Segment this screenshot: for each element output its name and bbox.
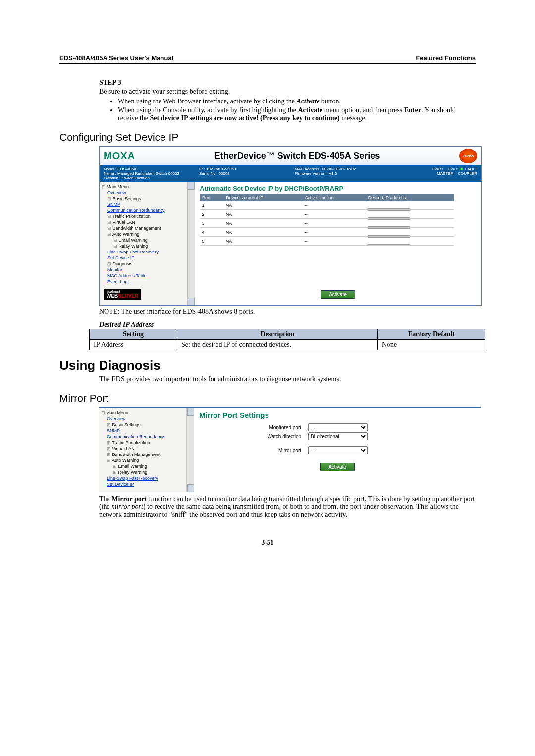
nav-auto[interactable]: Auto Warning: [102, 231, 186, 237]
activate-button[interactable]: Activate: [321, 290, 355, 299]
webserver-badge: goahead WEBSERVER: [104, 289, 141, 300]
mirror-paragraph: The Mirror port function can be used to …: [99, 495, 476, 519]
heading-config: Configuring Set Device IP: [59, 131, 476, 143]
nav-scrollbar[interactable]: [187, 182, 195, 305]
monitored-port-select[interactable]: ---: [308, 423, 368, 431]
th-port: Port: [200, 195, 224, 201]
turbo-ring-icon: Turbo: [459, 149, 477, 163]
table-row: 2NA--: [200, 210, 454, 219]
table-row: 5NA--: [200, 237, 454, 246]
page-header: EDS-408A/405A Series User's Manual Featu…: [59, 54, 476, 64]
heading-diagnosis: Using Diagnosis: [59, 358, 476, 373]
step-bullets: When using the Web Browser interface, ac…: [109, 98, 476, 122]
screenshot-set-device-ip: MOXA EtherDevice™ Switch EDS-405A Series…: [99, 146, 482, 306]
step-label: STEP 3: [99, 79, 476, 87]
step-intro: Be sure to activate your settings before…: [99, 88, 476, 96]
nav-diag[interactable]: Diagnosis: [102, 261, 186, 267]
heading-mirror: Mirror Port: [59, 392, 476, 404]
nav-tree-2: Main Menu Overview Basic Settings SNMP C…: [99, 408, 187, 492]
nav-email[interactable]: Email Warning: [101, 463, 185, 469]
scroll-up-icon[interactable]: [187, 408, 194, 416]
nav-main[interactable]: Main Menu: [102, 184, 186, 190]
th-active: Active function: [303, 195, 366, 201]
desired-ip-input[interactable]: [368, 202, 410, 209]
nav-overview[interactable]: Overview: [107, 190, 126, 195]
nav-mact[interactable]: MAC Address Table: [107, 273, 147, 278]
device-info-bar: Model : EDS-405A Name : Managed Redundan…: [100, 165, 481, 182]
nav-sdip[interactable]: Set Device IP: [107, 255, 135, 260]
device-title: EtherDevice™ Switch EDS-405A Series: [214, 151, 380, 161]
nav-line[interactable]: Line-Swap Fast Recovery: [107, 250, 159, 254]
activate-button-2[interactable]: Activate: [320, 463, 355, 471]
page-number: 3-51: [59, 539, 476, 547]
desired-heading: Desired IP Address: [99, 321, 476, 329]
ip-table: Port Device's current IP Active function…: [200, 194, 454, 246]
scroll-up-icon[interactable]: [188, 182, 195, 190]
nav-main[interactable]: Main Menu: [101, 410, 185, 416]
nav-auto[interactable]: Auto Warning: [101, 457, 185, 463]
nav-comm[interactable]: Communication Redundancy: [107, 208, 165, 213]
nav-email[interactable]: Email Warning: [102, 237, 186, 243]
table-row: 1NA--: [200, 201, 454, 210]
bullet-1: When using the Web Browser interface, ac…: [118, 98, 476, 105]
nav-relay[interactable]: Relay Warning: [102, 243, 186, 249]
nav-mon[interactable]: Monitor: [107, 267, 122, 272]
label-monitored: Monitored port: [219, 425, 308, 430]
mirror-port-select[interactable]: ---: [308, 446, 368, 454]
nav-traffic[interactable]: Traffic Prioritization: [102, 213, 186, 219]
moxa-logo: MOXA: [104, 151, 135, 162]
bullet-2: When using the Console utility, activate…: [118, 106, 476, 122]
desired-ip-input[interactable]: [368, 228, 410, 236]
nav-evl[interactable]: Event Log: [107, 279, 128, 284]
th-desired: Desired IP address: [366, 195, 454, 201]
scroll-down-icon[interactable]: [188, 298, 195, 305]
table-row: 3NA--: [200, 219, 454, 228]
watch-direction-select[interactable]: Bi-directional: [308, 432, 368, 440]
desired-ip-input[interactable]: [368, 210, 410, 218]
nav-bw[interactable]: Bandwidth Management: [101, 452, 185, 457]
nav-tree: Main Menu Overview Basic Settings SNMP C…: [100, 182, 187, 305]
nav-line[interactable]: Line-Swap Fast Recovery: [107, 476, 158, 481]
desired-ip-input[interactable]: [368, 237, 410, 245]
nav-vlan[interactable]: Virtual LAN: [102, 219, 186, 225]
scroll-down-icon[interactable]: [187, 484, 194, 492]
content-title: Automatic Set Device IP by DHCP/BootP/RA…: [200, 185, 476, 192]
nav-basic[interactable]: Basic Settings: [102, 196, 186, 202]
setting-table: Setting Description Factory Default IP A…: [89, 329, 485, 350]
nav-snmp[interactable]: SNMP: [107, 428, 120, 433]
nav-vlan[interactable]: Virtual LAN: [101, 446, 185, 452]
mirror-title: Mirror Port Settings: [199, 411, 476, 419]
nav-sdip[interactable]: Set Device IP: [107, 482, 134, 487]
th-current: Device's current IP: [224, 195, 303, 201]
nav-snmp[interactable]: SNMP: [107, 202, 120, 207]
nav-overview[interactable]: Overview: [107, 416, 126, 421]
desired-ip-input[interactable]: [368, 219, 410, 227]
nav-basic[interactable]: Basic Settings: [101, 422, 185, 428]
nav-bw[interactable]: Bandwidth Management: [102, 225, 186, 231]
nav-comm[interactable]: Communication Redundancy: [107, 434, 164, 439]
nav-scrollbar-2[interactable]: [187, 408, 194, 492]
nav-traffic[interactable]: Traffic Prioritization: [101, 440, 185, 446]
note-text: NOTE: The user interface for EDS-408A sh…: [99, 308, 476, 316]
header-right: Featured Functions: [416, 54, 476, 62]
header-left: EDS-408A/405A Series User's Manual: [59, 54, 173, 62]
label-watch: Watch direction: [219, 434, 308, 439]
diag-intro: The EDS provides two important tools for…: [99, 375, 476, 383]
nav-relay[interactable]: Relay Warning: [101, 469, 185, 475]
label-mirror: Mirror port: [219, 448, 308, 453]
screenshot-mirror-port: Main Menu Overview Basic Settings SNMP C…: [99, 407, 481, 492]
table-row: 4NA--: [200, 228, 454, 237]
